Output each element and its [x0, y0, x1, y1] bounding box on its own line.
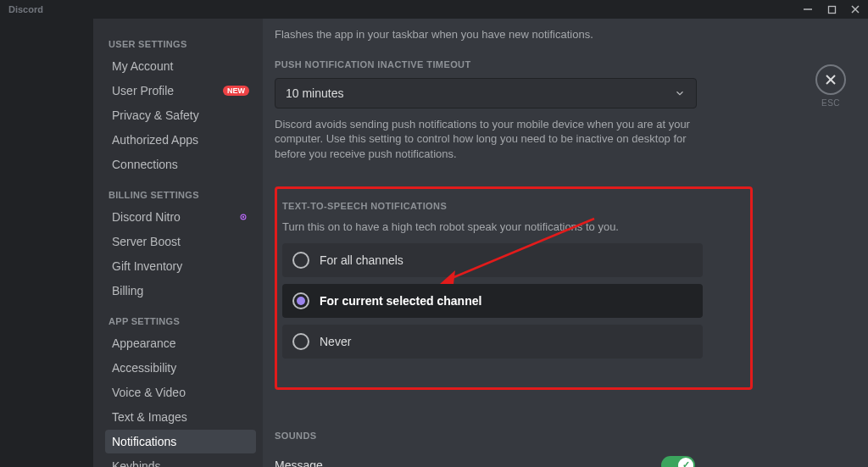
radio-icon	[292, 292, 309, 309]
sidebar-item-gift-inventory[interactable]: Gift Inventory	[105, 254, 256, 278]
titlebar: Discord	[0, 0, 868, 19]
sidebar-item-authorized-apps[interactable]: Authorized Apps	[105, 128, 256, 152]
svg-point-5	[242, 216, 244, 218]
push-timeout-select[interactable]: 10 minutes	[275, 78, 697, 108]
sidebar-item-voice-video[interactable]: Voice & Video	[105, 381, 256, 404]
svg-rect-1	[828, 6, 835, 13]
window-close-icon[interactable]	[849, 3, 861, 15]
push-timeout-value: 10 minutes	[286, 86, 343, 100]
tts-highlight-box: TEXT-TO-SPEECH NOTIFICATIONS Turn this o…	[275, 186, 753, 390]
radio-icon	[292, 333, 309, 350]
sidebar-item-my-account[interactable]: My Account	[105, 54, 256, 78]
check-icon: ✓	[678, 458, 693, 467]
tts-title: TEXT-TO-SPEECH NOTIFICATIONS	[282, 201, 733, 211]
sidebar-item-discord-nitro[interactable]: Discord Nitro	[105, 205, 256, 229]
taskbar-flash-description: Flashes the app in your taskbar when you…	[275, 27, 788, 42]
window-maximize-icon[interactable]	[826, 3, 837, 15]
sidebar-category-user: USER SETTINGS	[108, 39, 256, 49]
sidebar-item-keybinds[interactable]: Keybinds	[105, 454, 256, 467]
sidebar-item-accessibility[interactable]: Accessibility	[105, 356, 256, 380]
tts-radio-current-channel[interactable]: For current selected channel	[282, 284, 703, 318]
sidebar-item-billing[interactable]: Billing	[105, 279, 256, 303]
sidebar-item-appearance[interactable]: Appearance	[105, 331, 256, 355]
sounds-title: SOUNDS	[275, 431, 788, 441]
chevron-down-icon	[674, 87, 686, 99]
sidebar-item-connections[interactable]: Connections	[105, 153, 256, 176]
nitro-icon	[237, 211, 249, 223]
sidebar-item-server-boost[interactable]: Server Boost	[105, 230, 256, 253]
left-gap	[0, 19, 93, 467]
new-badge: NEW	[223, 86, 249, 96]
toggle-message-sound[interactable]: ✓	[661, 456, 695, 467]
sound-row-message: Message ✓	[275, 449, 695, 467]
esc-label: ESC	[815, 98, 846, 108]
tts-description: Turn this on to have a high tech robot s…	[282, 220, 733, 235]
tts-radio-all-channels[interactable]: For all channels	[282, 243, 703, 277]
tts-radio-never[interactable]: Never	[282, 325, 703, 359]
sidebar-category-billing: BILLING SETTINGS	[108, 190, 256, 200]
sidebar-category-app: APP SETTINGS	[108, 316, 256, 326]
push-timeout-title: PUSH NOTIFICATION INACTIVE TIMEOUT	[275, 59, 788, 69]
sidebar-item-user-profile[interactable]: User Profile NEW	[105, 79, 256, 103]
sidebar-item-text-images[interactable]: Text & Images	[105, 405, 256, 429]
sidebar-item-privacy-safety[interactable]: Privacy & Safety	[105, 103, 256, 127]
app-name: Discord	[8, 4, 43, 14]
sidebar-item-notifications[interactable]: Notifications	[105, 430, 256, 453]
close-settings-button[interactable]	[815, 64, 846, 95]
window-minimize-icon[interactable]	[802, 3, 814, 15]
push-timeout-description: Discord avoids sending push notification…	[275, 117, 697, 162]
settings-sidebar: USER SETTINGS My Account User Profile NE…	[93, 19, 263, 467]
radio-icon	[292, 252, 309, 269]
